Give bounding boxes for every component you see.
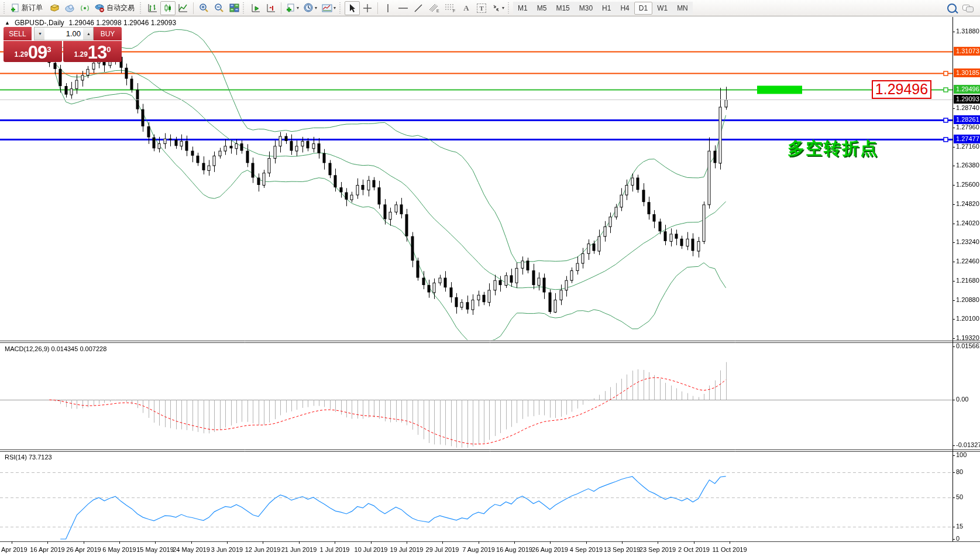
timeframe-m15-button[interactable]: M15	[551, 2, 574, 15]
signals-icon[interactable]	[77, 1, 92, 15]
fibonacci-tool-button[interactable]: F	[442, 1, 459, 15]
data-window-button[interactable]	[62, 1, 77, 15]
timeframe-h4-button[interactable]: H4	[615, 2, 634, 15]
toolbar-grip[interactable]	[339, 2, 342, 14]
line-chart-type-button[interactable]	[176, 1, 191, 15]
autotrade-button[interactable]: 自动交易	[92, 1, 139, 15]
volume-input[interactable]	[44, 28, 83, 40]
volume-down-button[interactable]: ▼	[35, 28, 44, 40]
text-label-glyph: T	[477, 4, 486, 13]
pivot-note-text: 多空转折点	[788, 137, 878, 160]
chart-title-bar: ▲ GBPUSD-,Daily 1.29046 1.29098 1.29046 …	[5, 19, 176, 27]
svg-text:E: E	[436, 9, 439, 13]
toolbar-grip[interactable]	[508, 2, 510, 14]
text-label-tool-button[interactable]: T	[474, 1, 489, 15]
new-order-button[interactable]: 新订单	[9, 1, 47, 15]
chevron-down-icon: ▾	[297, 5, 299, 11]
one-click-trading-panel: SELL ▼ ▲ BUY 1.29 09 3 1.29 13 0	[4, 27, 122, 62]
templates-button[interactable]: ▾	[319, 1, 338, 15]
ohlc-values: 1.29046 1.29098 1.29046 1.29093	[69, 19, 177, 27]
zoom-in-button[interactable]	[196, 1, 211, 15]
chat-icon[interactable]	[962, 5, 972, 11]
autotrade-icon	[94, 4, 105, 12]
tile-windows-button[interactable]	[226, 1, 242, 15]
trendline-tool-button[interactable]	[411, 1, 426, 15]
horizontal-line-tool-button[interactable]	[396, 1, 411, 15]
indicators-button[interactable]: ▾	[284, 1, 301, 15]
periods-button[interactable]: ▾	[301, 1, 319, 15]
text-tool-glyph: A	[463, 4, 469, 13]
autotrade-label: 自动交易	[106, 3, 135, 13]
vertical-line-tool-button[interactable]	[380, 1, 396, 15]
cursor-tool-button[interactable]	[345, 1, 360, 15]
new-order-icon	[11, 4, 20, 13]
search-icon[interactable]	[947, 4, 957, 13]
buy-price-sup: 0	[106, 45, 111, 54]
timeframe-m1-button[interactable]: M1	[513, 2, 532, 15]
buy-price-big: 13	[88, 44, 106, 61]
chevron-down-icon: ▾	[315, 5, 317, 11]
sell-price-button[interactable]: 1.29 09 3	[4, 41, 62, 62]
sell-price-small: 1.29	[14, 50, 27, 59]
timeframe-d1-button[interactable]: D1	[634, 2, 652, 15]
new-order-label: 新订单	[22, 3, 43, 13]
mt4-window: 新订单 自动交易	[0, 0, 980, 556]
sell-price-sup: 3	[47, 45, 51, 54]
buy-price-button[interactable]: 1.29 13 0	[63, 41, 122, 62]
bar-chart-type-button[interactable]	[145, 1, 160, 15]
toolbar-separator	[377, 2, 378, 14]
buy-tab-button[interactable]: BUY	[94, 27, 122, 40]
timeframe-m5-button[interactable]: M5	[532, 2, 552, 15]
market-watch-button[interactable]	[47, 1, 62, 15]
symbol-period-title: GBPUSD-,Daily	[15, 19, 64, 27]
window-marker-icon: ▲	[5, 20, 10, 26]
auto-scroll-button[interactable]	[248, 1, 263, 15]
svg-text:F: F	[453, 9, 455, 13]
arrows-tool-button[interactable]: ▾	[489, 1, 507, 15]
buy-price-small: 1.29	[74, 50, 87, 59]
zoom-out-button[interactable]	[211, 1, 226, 15]
volume-up-button[interactable]: ▲	[83, 28, 93, 40]
timeframe-w1-button[interactable]: W1	[652, 2, 672, 15]
chart-canvas[interactable]	[0, 0, 980, 556]
crosshair-tool-button[interactable]	[360, 1, 375, 15]
timeframe-h1-button[interactable]: H1	[597, 2, 615, 15]
toolbar-separator	[193, 2, 194, 14]
price-annotation-box[interactable]: 1.29496	[872, 80, 931, 99]
toolbar-grip[interactable]	[4, 2, 6, 14]
toolbar: 新订单 自动交易	[0, 0, 980, 16]
text-tool-button[interactable]: A	[459, 1, 474, 15]
toolbar-grip[interactable]	[243, 2, 245, 14]
timeframe-m30-button[interactable]: M30	[575, 2, 597, 15]
rsi-indicator-label: RSI(14) 73.7123	[5, 454, 52, 461]
chevron-down-icon: ▾	[333, 5, 336, 11]
sell-price-big: 09	[28, 44, 47, 61]
sell-tab-button[interactable]: SELL	[4, 27, 32, 40]
equidistant-channel-tool-button[interactable]: E	[426, 1, 442, 15]
chevron-down-icon: ▾	[502, 5, 504, 11]
timeframe-mn-button[interactable]: MN	[672, 2, 693, 15]
chart-shift-button[interactable]	[263, 1, 278, 15]
candle-chart-type-button[interactable]	[160, 1, 176, 15]
volume-spinner: ▼ ▲	[34, 27, 94, 40]
macd-indicator-label: MACD(12,26,9) 0.014345 0.007228	[5, 345, 106, 352]
toolbar-grip[interactable]	[140, 2, 142, 14]
toolbar-separator	[281, 2, 281, 14]
